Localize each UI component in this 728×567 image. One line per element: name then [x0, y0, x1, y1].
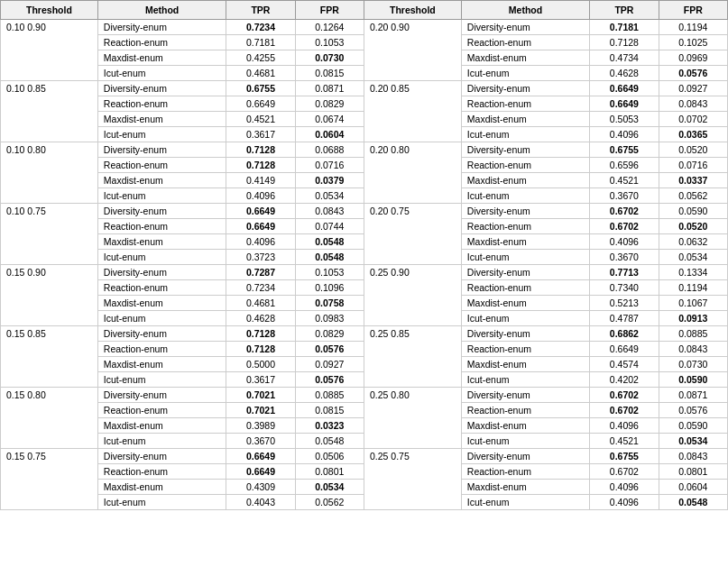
- tpr-left: 0.4096: [226, 234, 295, 250]
- fpr-right: 0.0534: [659, 434, 727, 449]
- fpr-left: 0.0885: [295, 388, 364, 403]
- fpr-right: 0.0576: [659, 403, 727, 418]
- fpr-left: 0.1053: [295, 265, 364, 280]
- tpr-right: 0.7128: [590, 35, 659, 50]
- method-right: Reaction-enum: [461, 280, 589, 296]
- tpr-left: 0.4043: [226, 495, 295, 510]
- threshold-right-6: 0.25 0.80: [364, 388, 461, 449]
- method-right: Diversity-enum: [461, 20, 589, 35]
- tpr-left: 0.6649: [226, 449, 295, 464]
- method-right: Icut-enum: [461, 372, 589, 388]
- fpr-right: 0.0534: [659, 250, 727, 265]
- fpr-right: 0.0604: [659, 480, 727, 495]
- fpr-left: 0.0576: [295, 342, 364, 357]
- tpr-left: 0.4096: [226, 188, 295, 204]
- threshold-left-0: 0.10 0.90: [1, 20, 98, 81]
- fpr-left: 0.0871: [295, 81, 364, 96]
- fpr-right: 0.0913: [659, 311, 727, 326]
- tpr-right: 0.4096: [590, 495, 659, 510]
- method-right: Reaction-enum: [461, 158, 589, 173]
- method-left: Reaction-enum: [97, 158, 226, 173]
- tpr-right: 0.4096: [590, 480, 659, 495]
- method-left: Icut-enum: [97, 188, 226, 204]
- tpr-right: 0.6862: [590, 326, 659, 342]
- fpr-left: 0.0534: [295, 188, 364, 204]
- fpr-right: 0.1194: [659, 280, 727, 296]
- fpr-right: 0.0885: [659, 326, 727, 342]
- threshold-right-7: 0.25 0.75: [364, 449, 461, 510]
- fpr-right: 0.0520: [659, 142, 727, 158]
- method-left: Icut-enum: [97, 250, 226, 265]
- fpr-left: 0.0506: [295, 449, 364, 464]
- tpr-right: 0.6649: [590, 342, 659, 357]
- tpr-right: 0.4628: [590, 66, 659, 81]
- tpr-right: 0.4521: [590, 173, 659, 188]
- method-left: Diversity-enum: [97, 388, 226, 403]
- method-right: Maxdist-enum: [461, 296, 589, 311]
- method-right: Diversity-enum: [461, 142, 589, 158]
- fpr-right: 0.0927: [659, 81, 727, 96]
- tpr-right: 0.4202: [590, 372, 659, 388]
- threshold-left-4: 0.15 0.90: [1, 265, 98, 326]
- method-left: Maxdist-enum: [97, 296, 226, 311]
- tpr-right: 0.6702: [590, 204, 659, 219]
- fpr-left: 0.0829: [295, 326, 364, 342]
- results-table: Threshold Method TPR FPR Threshold Metho…: [0, 0, 728, 510]
- method-left: Diversity-enum: [97, 81, 226, 96]
- method-right: Maxdist-enum: [461, 112, 589, 127]
- header-method-right: Method: [461, 1, 589, 20]
- tpr-left: 0.6649: [226, 204, 295, 219]
- tpr-right: 0.5213: [590, 296, 659, 311]
- tpr-right: 0.6755: [590, 449, 659, 464]
- method-right: Maxdist-enum: [461, 357, 589, 372]
- method-right: Reaction-enum: [461, 96, 589, 112]
- fpr-right: 0.0562: [659, 188, 727, 204]
- threshold-left-1: 0.10 0.85: [1, 81, 98, 142]
- fpr-right: 0.0590: [659, 372, 727, 388]
- tpr-right: 0.3670: [590, 250, 659, 265]
- method-left: Maxdist-enum: [97, 234, 226, 250]
- method-left: Diversity-enum: [97, 265, 226, 280]
- fpr-right: 0.1067: [659, 296, 727, 311]
- threshold-right-2: 0.20 0.80: [364, 142, 461, 204]
- tpr-left: 0.4681: [226, 66, 295, 81]
- fpr-right: 0.0801: [659, 464, 727, 480]
- threshold-right-3: 0.20 0.75: [364, 204, 461, 265]
- tpr-right: 0.4734: [590, 50, 659, 66]
- fpr-left: 0.0815: [295, 403, 364, 418]
- tpr-left: 0.6649: [226, 219, 295, 234]
- method-left: Maxdist-enum: [97, 357, 226, 372]
- method-right: Maxdist-enum: [461, 173, 589, 188]
- tpr-left: 0.6755: [226, 81, 295, 96]
- fpr-right: 0.0716: [659, 158, 727, 173]
- tpr-left: 0.7128: [226, 142, 295, 158]
- method-left: Diversity-enum: [97, 204, 226, 219]
- fpr-right: 0.0871: [659, 388, 727, 403]
- method-right: Icut-enum: [461, 250, 589, 265]
- method-right: Icut-enum: [461, 66, 589, 81]
- tpr-right: 0.6755: [590, 142, 659, 158]
- method-right: Icut-enum: [461, 434, 589, 449]
- fpr-right: 0.0632: [659, 234, 727, 250]
- tpr-right: 0.4096: [590, 234, 659, 250]
- fpr-left: 0.0815: [295, 66, 364, 81]
- tpr-left: 0.7234: [226, 280, 295, 296]
- threshold-left-6: 0.15 0.80: [1, 388, 98, 449]
- fpr-left: 0.0730: [295, 50, 364, 66]
- tpr-right: 0.4096: [590, 127, 659, 142]
- tpr-left: 0.4628: [226, 311, 295, 326]
- fpr-left: 0.0548: [295, 434, 364, 449]
- fpr-left: 0.0379: [295, 173, 364, 188]
- threshold-right-0: 0.20 0.90: [364, 20, 461, 81]
- method-left: Icut-enum: [97, 372, 226, 388]
- tpr-left: 0.4255: [226, 50, 295, 66]
- fpr-right: 0.1334: [659, 265, 727, 280]
- tpr-left: 0.3617: [226, 127, 295, 142]
- tpr-left: 0.7128: [226, 326, 295, 342]
- fpr-left: 0.0843: [295, 204, 364, 219]
- fpr-right: 0.0843: [659, 449, 727, 464]
- tpr-left: 0.7021: [226, 388, 295, 403]
- tpr-right: 0.6649: [590, 81, 659, 96]
- fpr-left: 0.1053: [295, 35, 364, 50]
- method-left: Maxdist-enum: [97, 418, 226, 434]
